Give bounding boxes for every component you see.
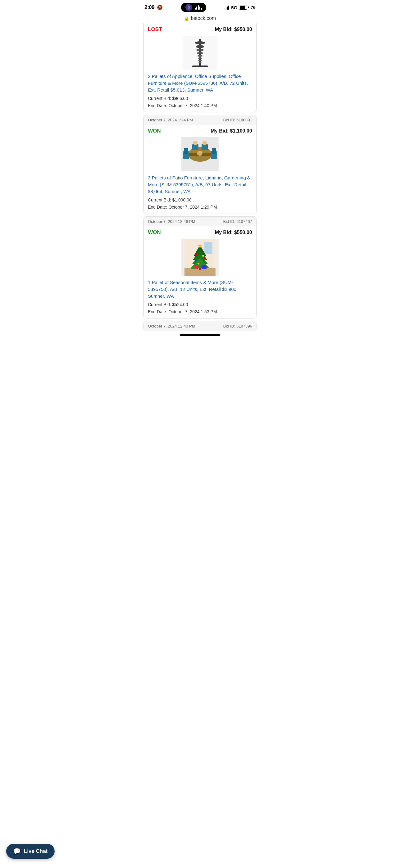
partial-bottom-card-wrapper: October 7, 2024 12:40 PM Bid ID: 6107396 [143,321,257,331]
bid-status-won-1: WON [148,128,161,134]
end-date-0: End Date: October 7, 2024 1:40 PM [148,102,252,109]
svg-point-6 [196,49,204,51]
svg-rect-43 [191,267,194,269]
svg-point-8 [198,55,203,57]
my-bid-amount-2: My Bid: $550.00 [215,230,252,235]
bid-card-header-1: October 7, 2024 1:24 PM Bid ID: 6108091 [143,115,257,125]
svg-point-39 [204,257,206,259]
svg-rect-24 [197,152,198,155]
status-indicators: 5G 76 [225,5,256,10]
svg-point-38 [194,259,196,261]
sound-wave-icon [195,5,202,10]
svg-point-2 [189,7,190,8]
dining-set-image [181,137,219,172]
bid-status-row-1: WON My Bid: $1,100.00 [148,128,252,134]
bid-details-1: Current Bid: $1,090.00 End Date: October… [148,196,252,211]
svg-rect-41 [194,266,198,269]
svg-point-37 [202,255,204,257]
home-indicator [180,334,220,336]
bid-id-1: Bid ID: 6108091 [223,118,252,122]
partial-card-bid-id: Bid ID: 6107396 [223,324,252,329]
bid-status-row-2: WON My Bid: $550.00 [148,229,252,236]
product-title-link-2[interactable]: 1 Pallet of Seasonal Items & More (SUM-5… [148,279,252,299]
current-bid-1: Current Bid: $1,090.00 [148,196,252,203]
dumbbell-rack-svg [186,37,214,68]
partial-top-card: LOST My Bid: $950.00 [143,23,257,113]
svg-rect-42 [202,266,206,269]
url-text: bstock.com [191,16,216,21]
svg-point-40 [198,262,199,265]
bid-id-2: Bid ID: 6107467 [223,219,252,224]
bid-date-2: October 7, 2024 12:46 PM [148,219,195,224]
my-bid-amount: My Bid: $950.00 [215,27,252,32]
svg-point-10 [198,60,202,61]
network-type: 5G [231,5,237,10]
svg-point-11 [198,62,202,63]
bid-status-won-2: WON [148,229,161,236]
svg-point-7 [197,52,203,54]
bell-muted-icon: 🔕 [157,5,163,10]
product-image-container-1 [148,137,252,172]
album-art [186,4,192,11]
battery-icon [239,6,249,10]
svg-point-22 [202,141,207,145]
main-content: LOST My Bid: $950.00 [139,23,261,338]
lock-icon: 🔒 [184,16,189,21]
svg-point-4 [195,41,205,44]
media-player-indicator[interactable] [181,3,206,12]
bid-card-header-2: October 7, 2024 12:46 PM Bid ID: 6107467 [143,217,257,226]
product-image-container [148,36,252,70]
bid-status-row: LOST My Bid: $950.00 [148,26,252,33]
my-bid-amount-1: My Bid: $1,100.00 [211,128,252,134]
bid-date-1: October 7, 2024 1:24 PM [148,118,193,122]
end-date-2: End Date: October 7, 2024 1:53 PM [148,308,252,315]
bottom-partial-card: October 7, 2024 12:40 PM Bid ID: 6107396 [139,321,261,331]
svg-point-21 [193,141,198,145]
bid-card-body-1: WON My Bid: $1,100.00 [143,125,257,214]
svg-point-23 [198,151,202,156]
bid-details-0: Current Bid: $966.00 End Date: October 7… [148,95,252,109]
svg-point-36 [196,253,198,255]
current-bid-0: Current Bid: $966.00 [148,95,252,102]
dumbbell-rack-image [183,36,217,70]
signal-strength-icon [225,6,229,10]
svg-rect-12 [192,65,208,67]
bid-details-2: Current Bid: $524.00 End Date: October 7… [148,301,252,315]
bid-card-body-2: WON My Bid: $550.00 [143,226,257,318]
bid-status-lost: LOST [148,26,162,33]
end-date-1: End Date: October 7, 2024 1:29 PM [148,204,252,211]
svg-rect-16 [184,148,188,154]
christmas-tree-image [181,239,219,276]
partial-card-date: October 7, 2024 12:40 PM [148,324,195,329]
product-title-link-1[interactable]: 3 Pallets of Patio Furniture, Lighting, … [148,175,252,195]
partial-card-header: October 7, 2024 12:40 PM Bid ID: 6107396 [143,321,257,331]
time-display: 2:09 🔕 [144,4,163,10]
current-bid-2: Current Bid: $524.00 [148,301,252,308]
product-image-container-2 [148,239,252,276]
time-text: 2:09 [144,4,155,10]
svg-point-9 [198,57,202,59]
product-title-link-0[interactable]: 2 Pallets of Appliance, Office Supplies,… [148,73,252,93]
battery-percent: 76 [251,5,256,10]
bid-card-2: October 7, 2024 12:46 PM Bid ID: 6107467… [143,216,257,318]
bid-card-1: October 7, 2024 1:24 PM Bid ID: 6108091 … [143,115,257,214]
svg-rect-18 [212,148,216,154]
url-bar[interactable]: 🔒 bstock.com [139,14,261,23]
status-bar: 2:09 🔕 5G [139,0,261,14]
svg-point-5 [196,45,204,48]
